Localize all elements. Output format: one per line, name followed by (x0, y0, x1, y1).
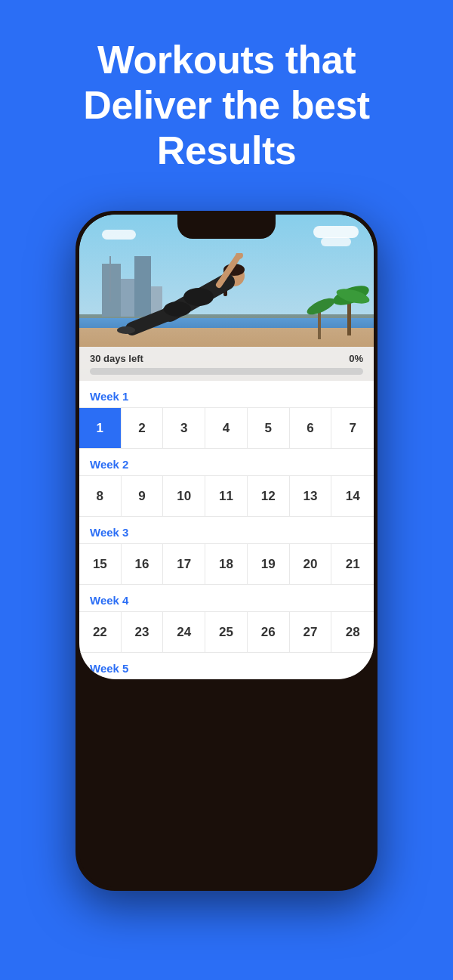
day-cell-22[interactable]: 22 (79, 612, 122, 653)
hero-title-line3: Results (157, 128, 296, 172)
day-cell-9[interactable]: 9 (122, 476, 164, 517)
day-cell-21[interactable]: 21 (331, 544, 374, 585)
week-2-label: Week 2 (90, 458, 128, 471)
cloud-3 (102, 230, 136, 240)
days-left-label: 30 days left (90, 353, 143, 364)
day-cell-14[interactable]: 14 (331, 476, 374, 517)
svg-point-9 (183, 288, 214, 306)
progress-bar-bg (90, 368, 363, 375)
week-3-header: Week 3 (79, 517, 374, 543)
calendar-section: Week 1 1 2 3 4 5 6 7 Week 2 (79, 381, 374, 679)
progress-labels: 30 days left 0% (90, 353, 363, 364)
week-3-group: Week 3 15 16 17 18 19 20 21 (79, 517, 374, 585)
cloud-2 (321, 237, 351, 246)
hero-title-line1: Workouts that (97, 38, 356, 82)
week-4-header: Week 4 (79, 585, 374, 611)
week-4-label: Week 4 (90, 594, 128, 607)
week-5-label: Week 5 (90, 662, 128, 675)
day-cell-16[interactable]: 16 (122, 544, 164, 585)
day-cell-5[interactable]: 5 (248, 408, 290, 449)
phone-notch (177, 215, 276, 239)
hero-title: Workouts that Deliver the best Results (30, 38, 423, 173)
week-1-header: Week 1 (79, 381, 374, 407)
day-cell-26[interactable]: 26 (248, 612, 290, 653)
week-4-group: Week 4 22 23 24 25 26 27 28 (79, 585, 374, 653)
day-cell-28[interactable]: 28 (331, 612, 374, 653)
day-cell-27[interactable]: 27 (290, 612, 332, 653)
cloud-1 (313, 226, 359, 238)
week-4-days: 22 23 24 25 26 27 28 (79, 611, 374, 653)
svg-point-8 (117, 326, 135, 334)
day-cell-1[interactable]: 1 (79, 408, 122, 449)
day-cell-6[interactable]: 6 (290, 408, 332, 449)
day-cell-24[interactable]: 24 (163, 612, 205, 653)
day-cell-4[interactable]: 4 (205, 408, 248, 449)
week-3-label: Week 3 (90, 526, 128, 539)
day-cell-13[interactable]: 13 (290, 476, 332, 517)
svg-point-10 (164, 301, 191, 317)
power-button (375, 320, 378, 366)
day-cell-8[interactable]: 8 (79, 476, 122, 517)
day-cell-19[interactable]: 19 (248, 544, 290, 585)
week-3-days: 15 16 17 18 19 20 21 (79, 543, 374, 585)
svg-line-7 (132, 314, 170, 329)
day-cell-12[interactable]: 12 (248, 476, 290, 517)
day-cell-10[interactable]: 10 (163, 476, 205, 517)
day-cell-20[interactable]: 20 (290, 544, 332, 585)
workout-image: 30 days left 0% (79, 215, 374, 381)
week-2-group: Week 2 8 9 10 11 12 13 14 (79, 449, 374, 517)
hero-title-line2: Deliver the best (83, 83, 369, 127)
week-2-header: Week 2 (79, 449, 374, 475)
day-cell-25[interactable]: 25 (205, 612, 248, 653)
progress-overlay: 30 days left 0% (79, 347, 374, 381)
phone-wrapper: 30 days left 0% Week 1 1 (0, 196, 453, 891)
week-5-header: Week 5 (79, 653, 374, 679)
palm-tree-1 (347, 294, 351, 335)
person-figure (109, 253, 260, 339)
day-cell-15[interactable]: 15 (79, 544, 122, 585)
day-cell-3[interactable]: 3 (163, 408, 205, 449)
phone-inner: 30 days left 0% Week 1 1 (79, 215, 374, 679)
day-cell-18[interactable]: 18 (205, 544, 248, 585)
week-1-label: Week 1 (90, 390, 128, 403)
week-2-days: 8 9 10 11 12 13 14 (79, 475, 374, 517)
day-cell-7[interactable]: 7 (331, 408, 374, 449)
week-1-group: Week 1 1 2 3 4 5 6 7 (79, 381, 374, 449)
percent-label: 0% (349, 353, 363, 364)
clouds-left (102, 230, 136, 240)
week-1-days: 1 2 3 4 5 6 7 (79, 407, 374, 449)
day-cell-2[interactable]: 2 (122, 408, 164, 449)
hero-section: Workouts that Deliver the best Results (0, 0, 453, 196)
day-cell-11[interactable]: 11 (205, 476, 248, 517)
day-cell-17[interactable]: 17 (163, 544, 205, 585)
week-5-group: Week 5 (79, 653, 374, 679)
palm-tree-2 (318, 305, 321, 339)
day-cell-23[interactable]: 23 (122, 612, 164, 653)
phone-frame: 30 days left 0% Week 1 1 (76, 211, 378, 891)
